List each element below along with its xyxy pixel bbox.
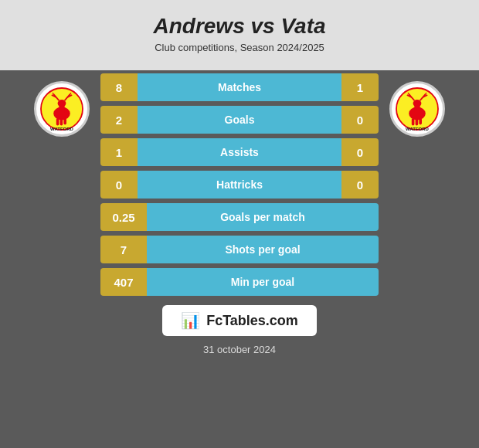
right-team-logo: WATFORD	[389, 81, 445, 137]
svg-rect-11	[56, 118, 59, 126]
stat-value-right: 0	[341, 171, 379, 199]
stat-label: Assists	[138, 138, 341, 166]
stat-row: 8Matches1	[100, 73, 379, 101]
stat-row: 7Shots per goal	[100, 236, 379, 263]
top-section: Andrews vs Vata Club competitions, Seaso…	[0, 0, 479, 70]
svg-rect-26	[412, 118, 415, 126]
fctables-badge: 📊 FcTables.com	[162, 305, 317, 336]
stat-value-left: 0.25	[100, 203, 147, 231]
svg-text:WATFORD: WATFORD	[406, 127, 430, 131]
stat-value-left: 2	[100, 106, 138, 134]
stat-value-left: 1	[100, 138, 138, 166]
stat-label: Goals	[138, 106, 341, 134]
stat-value-right: 0	[341, 106, 379, 134]
svg-text:WATFORD: WATFORD	[50, 127, 74, 131]
svg-point-4	[58, 100, 66, 107]
main-content: WATFORD 8Matches12Goals01Assists00Hattri…	[0, 73, 479, 296]
stat-value-left: 8	[100, 73, 138, 101]
fctables-text: FcTables.com	[206, 313, 298, 329]
page-title: Andrews vs Vata	[153, 14, 325, 39]
stat-label: Min per goal	[147, 268, 379, 296]
stat-label: Matches	[138, 73, 341, 101]
svg-rect-27	[416, 118, 419, 126]
svg-rect-28	[419, 118, 422, 124]
page-wrapper: Andrews vs Vata Club competitions, Seaso…	[0, 0, 479, 448]
svg-point-19	[413, 100, 422, 107]
stat-label: Shots per goal	[147, 236, 379, 263]
stat-value-left: 0	[100, 171, 138, 199]
stat-row: 407Min per goal	[100, 268, 379, 296]
stat-label: Goals per match	[147, 203, 379, 231]
fctables-icon: 📊	[181, 311, 200, 330]
stat-label: Hattricks	[138, 171, 341, 199]
stat-value-left: 407	[100, 268, 147, 296]
stat-value-left: 7	[100, 236, 147, 263]
stat-value-right: 0	[341, 138, 379, 166]
stat-row: 0.25Goals per match	[100, 203, 379, 231]
footer-date: 31 october 2024	[203, 344, 276, 355]
stat-row: 0Hattricks0	[100, 171, 379, 199]
stat-value-right: 1	[341, 73, 379, 101]
page-subtitle: Club competitions, Season 2024/2025	[155, 42, 324, 53]
svg-rect-13	[63, 118, 66, 124]
stat-row: 2Goals0	[100, 106, 379, 134]
left-team-logo: WATFORD	[34, 81, 90, 137]
svg-rect-12	[60, 118, 63, 126]
stats-container: 8Matches12Goals01Assists00Hattricks00.25…	[100, 73, 379, 296]
stat-row: 1Assists0	[100, 138, 379, 166]
